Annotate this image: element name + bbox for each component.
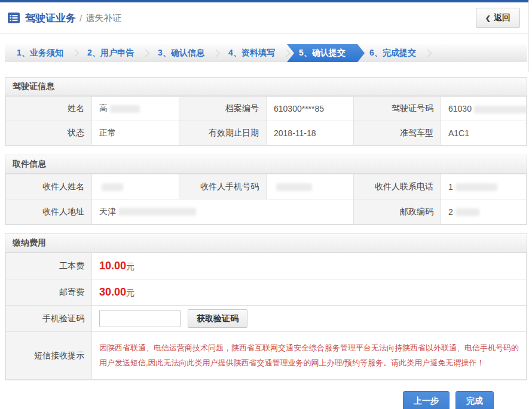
redacted-value [455, 183, 497, 191]
recipient-mobile-value [267, 174, 354, 199]
breadcrumb-current: 遗失补证 [85, 13, 121, 24]
redacted-value [455, 208, 479, 216]
footer-actions: 上一步 完成 [0, 391, 494, 409]
wizard-step-6-complete-submit: 6、完成提交 [357, 44, 428, 62]
license-section-title: 驾驶证信息 [5, 78, 527, 96]
wizard-step-1-notice: 1、业务须知 [5, 44, 75, 62]
recipient-phone-value: 1 [441, 174, 527, 199]
chevron-left-icon: ❮ [485, 14, 491, 22]
production-fee-label: 工本费 [6, 253, 92, 279]
back-button[interactable]: ❮ 返回 [476, 8, 520, 28]
postage-fee-value: 30.00元 [92, 279, 527, 306]
table-row: 手机验证码 获取验证码 [6, 306, 527, 332]
table-row: 状态 正常 有效期止日期 2018-11-18 准驾车型 A1C1 [6, 121, 527, 146]
redacted-value [118, 208, 196, 216]
license-service-list-icon [7, 11, 20, 24]
wizard-tail [428, 44, 527, 62]
previous-step-button[interactable]: 上一步 [403, 391, 450, 409]
step-wizard: 1、业务须知 2、用户申告 3、确认信息 4、资料填写 5、确认提交 6、完成提… [5, 44, 527, 62]
file-number-value: 610300****85 [267, 97, 354, 121]
status-label: 状态 [6, 121, 92, 146]
fees-section-title: 缴纳费用 [5, 234, 527, 253]
finish-button[interactable]: 完成 [455, 391, 494, 409]
sms-notice-text: 因陕西省联通、电信运营商技术问题，陕西省互联网交通安全综合服务管理平台无法向持陕… [99, 343, 519, 367]
redacted-value [474, 106, 527, 113]
postal-code-value: 2 [441, 199, 527, 225]
wizard-step-2-declaration: 2、用户申告 [75, 44, 146, 62]
recipient-address-label: 收件人地址 [6, 199, 92, 225]
table-row: 工本费 10.00元 [6, 253, 527, 279]
wizard-step-4-fill-info: 4、资料填写 [216, 44, 287, 62]
file-number-label: 档案编号 [179, 97, 267, 121]
vehicle-class-value: A1C1 [441, 121, 527, 146]
license-info-section: 驾驶证信息 姓名 高 档案编号 610300****85 驾驶证号码 61030… [5, 77, 527, 146]
breadcrumb-separator: / [80, 13, 82, 23]
recipient-address-value: 天津 [92, 199, 354, 225]
redacted-value [110, 105, 140, 113]
page-title: 驾驶证业务 [25, 11, 76, 25]
wizard-step-5-confirm-submit-active: 5、确认提交 [287, 44, 357, 62]
wizard-step-3-confirm-info: 3、确认信息 [146, 44, 216, 62]
page-header: 驾驶证业务 / 遗失补证 ❮ 返回 [0, 2, 528, 34]
name-value: 高 [92, 97, 179, 121]
production-fee-unit: 元 [126, 262, 134, 271]
sms-notice-label: 短信接收提示 [6, 332, 92, 380]
license-info-table: 姓名 高 档案编号 610300****85 驾驶证号码 61030 状态 正常… [5, 96, 527, 146]
expiry-date-value: 2018-11-18 [267, 121, 354, 146]
postage-fee-unit: 元 [126, 288, 134, 297]
production-fee-value: 10.00元 [92, 253, 527, 279]
production-fee-amount: 10.00 [99, 260, 126, 272]
expiry-date-label: 有效期止日期 [179, 121, 267, 146]
page-edge-line [528, 0, 529, 72]
table-row: 邮寄费 30.00元 [6, 279, 527, 306]
table-row: 收件人姓名 收件人手机号码 收件人联系电话 1 [6, 174, 527, 199]
recipient-name-value [92, 174, 179, 199]
sms-code-label: 手机验证码 [6, 306, 92, 332]
recipient-mobile-label: 收件人手机号码 [179, 174, 267, 199]
sms-code-input[interactable] [99, 310, 181, 327]
redacted-value [102, 183, 123, 191]
get-sms-code-button[interactable]: 获取验证码 [188, 309, 247, 328]
status-value: 正常 [92, 121, 179, 146]
recipient-name-label: 收件人姓名 [6, 174, 92, 199]
pickup-section-title: 取件信息 [5, 155, 527, 174]
fees-section: 缴纳费用 工本费 10.00元 邮寄费 30.00元 手机验证码 获取验证码 短… [5, 233, 527, 380]
license-number-label: 驾驶证号码 [354, 97, 441, 121]
postal-code-label: 邮政编码 [354, 199, 441, 225]
sms-code-cell: 获取验证码 [92, 306, 527, 332]
pickup-info-section: 取件信息 收件人姓名 收件人手机号码 收件人联系电话 1 收件人地址 天津 邮政… [5, 155, 527, 225]
sms-notice-cell: 因陕西省联通、电信运营商技术问题，陕西省互联网交通安全综合服务管理平台无法向持陕… [92, 332, 527, 380]
back-button-label: 返回 [494, 13, 510, 23]
table-row: 短信接收提示 因陕西省联通、电信运营商技术问题，陕西省互联网交通安全综合服务管理… [6, 332, 527, 380]
postage-fee-label: 邮寄费 [6, 279, 92, 306]
pickup-info-table: 收件人姓名 收件人手机号码 收件人联系电话 1 收件人地址 天津 邮政编码 2 [5, 174, 527, 225]
table-row: 姓名 高 档案编号 610300****85 驾驶证号码 61030 [6, 97, 527, 121]
vehicle-class-label: 准驾车型 [354, 121, 441, 146]
fees-table: 工本费 10.00元 邮寄费 30.00元 手机验证码 获取验证码 短信接收提示… [5, 253, 527, 380]
postage-fee-amount: 30.00 [99, 286, 126, 298]
table-row: 收件人地址 天津 邮政编码 2 [6, 199, 527, 225]
redacted-value [276, 183, 312, 191]
license-number-value: 61030 [441, 97, 527, 121]
name-label: 姓名 [6, 97, 92, 121]
recipient-phone-label: 收件人联系电话 [354, 174, 441, 199]
